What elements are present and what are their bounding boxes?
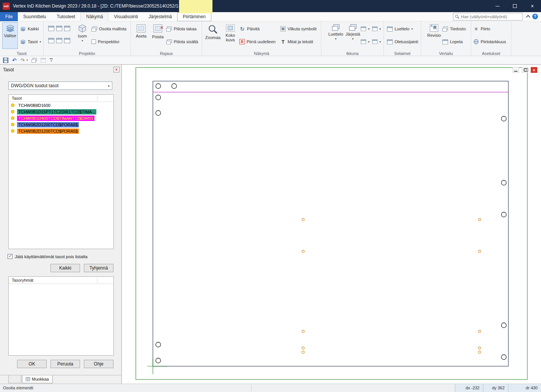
- layer-row[interactable]: TCHW0B2D1200TCD$PORA8$: [9, 121, 113, 128]
- document-restore-button[interactable]: [522, 67, 528, 73]
- search-box[interactable]: [453, 13, 523, 20]
- layer-row[interactable]: TCHW0B8D1600: [9, 102, 113, 108]
- ribbon-group-vertailu: +R Revisio Tiedosto Lopeta Vertailu: [421, 21, 471, 56]
- tiedosto-button[interactable]: Tiedosto: [442, 25, 466, 33]
- aseta-button[interactable]: Aseta: [134, 22, 149, 49]
- panel-mini-tab[interactable]: [8, 375, 21, 383]
- layer-visibility-bulb-icon[interactable]: [11, 103, 14, 107]
- window-tool-dropdown[interactable]: ▾: [361, 25, 370, 33]
- tab-näkymä[interactable]: Näkymä: [80, 12, 109, 21]
- layer-source-dropdown[interactable]: DWG/DGN tuodut tasot ▾: [8, 82, 112, 90]
- status-prompt: Osoita elementti: [3, 384, 33, 392]
- mitat-ja-tekstit-button[interactable]: T Mitat ja tekstit: [280, 38, 313, 46]
- piilota-takaa-button[interactable]: Piilota takaa: [166, 25, 197, 33]
- text-icon: T: [280, 39, 286, 45]
- tab-suunnittelu[interactable]: Suunnittelu: [18, 12, 51, 21]
- tasot-dropdown[interactable]: Tasot ▾: [20, 38, 41, 46]
- kaikki-button[interactable]: Kaikki: [50, 264, 80, 272]
- ohje-button[interactable]: Ohje: [84, 360, 113, 368]
- unused-layers-checkbox[interactable]: ✓ Jätä käyttämättömät tasot pois listalt…: [8, 254, 88, 259]
- window-tool-dropdown[interactable]: ▾: [372, 38, 381, 46]
- layer-row[interactable]: TCHW0B1D15PT1TC2DIR1TCD$TIMA...: [9, 108, 113, 115]
- projection-view-button[interactable]: [56, 26, 62, 31]
- peruuta-button[interactable]: Peruuta: [50, 360, 80, 368]
- document-close-button[interactable]: ×: [531, 67, 537, 73]
- drawing-area[interactable]: ×: [121, 64, 541, 384]
- projection-view-button[interactable]: [56, 38, 62, 43]
- kaikki-button[interactable]: Kaikki: [20, 25, 39, 33]
- tab-muokkaa[interactable]: Muokkaa: [22, 375, 53, 383]
- window-icon: [361, 27, 366, 31]
- search-input[interactable]: [461, 14, 518, 19]
- app-icon: InD: [3, 3, 10, 10]
- layer-visibility-bulb-icon[interactable]: [11, 123, 14, 126]
- layer-row[interactable]: TCHW0B1D400TCD$TIMANT12$DIR01: [9, 115, 113, 121]
- layer-visibility-bulb-icon[interactable]: [11, 110, 14, 113]
- minimize-button[interactable]: [489, 0, 506, 12]
- menu-bar: FileSuunnitteluTulosteetNäkymäVisualisoi…: [0, 12, 541, 21]
- piirto-button[interactable]: ✳ Piirto: [473, 25, 490, 33]
- piilota-sisalta-button[interactable]: Piilota sisältä: [166, 38, 198, 46]
- panel-close-button[interactable]: ×: [113, 67, 120, 72]
- refresh-icon: ↻: [239, 26, 245, 32]
- document-minimize-button[interactable]: [513, 67, 519, 73]
- tab-visualisointi[interactable]: Visualisointi: [109, 12, 143, 21]
- projection-view-button[interactable]: [48, 38, 54, 43]
- layers-list-body: TCHW0B8D1600TCHW0B1D15PT1TC2DIR1TCD$TIMA…: [9, 102, 113, 134]
- clipboard-icon[interactable]: [31, 58, 37, 63]
- checkbox-label: Jätä käyttämättömät tasot pois listalta: [15, 254, 88, 259]
- grid-icon: [26, 377, 30, 381]
- revisio-button[interactable]: +R Revisio: [426, 22, 442, 49]
- sticky-note-overlay: [179, 0, 212, 13]
- vilkuta-symbolit-button[interactable]: M Vilkuta symbolit: [280, 25, 316, 33]
- layers-listbox[interactable]: Tasot TCHW0B8D1600TCHW0B1D15PT1TC2DIR1TC…: [8, 94, 114, 249]
- projection-view-button[interactable]: [64, 38, 70, 43]
- perspektiivi-checkbox[interactable]: Perspektiivi: [91, 38, 119, 46]
- piirtotarkkuus-button[interactable]: Piirtotarkkuus: [473, 38, 506, 46]
- tab-tulosteet[interactable]: Tulosteet: [51, 12, 80, 21]
- undo-button[interactable]: ↶: [12, 58, 17, 63]
- chevron-down-icon: ▾: [352, 38, 354, 41]
- layer-groups-listbox[interactable]: Tasoryhmät: [8, 276, 114, 356]
- hide-inside-icon: [166, 39, 172, 44]
- close-button[interactable]: ×: [524, 0, 541, 12]
- redo-button[interactable]: ↷: [20, 58, 25, 63]
- help-icon[interactable]: ?: [532, 14, 538, 19]
- customize-toolbar-button[interactable]: ▾: [50, 58, 53, 62]
- layer-visibility-bulb-icon[interactable]: [11, 116, 14, 120]
- projection-view-button[interactable]: [64, 26, 70, 31]
- tab-file[interactable]: File: [0, 12, 18, 21]
- zoomaa-button[interactable]: Zoomaa: [204, 22, 222, 49]
- piirra-uudelleen-button[interactable]: R Piirrä uudelleen: [239, 38, 275, 46]
- jarjesta-dropdown[interactable]: Järjestä ▾: [345, 22, 361, 49]
- isom-dropdown[interactable]: Isom ▾: [75, 22, 89, 49]
- layer-visibility-bulb-icon[interactable]: [11, 129, 14, 133]
- drawing-canvas[interactable]: [122, 65, 541, 384]
- valitse-button[interactable]: Valitse: [2, 22, 18, 49]
- luettelo-selaimet-dropdown[interactable]: Luettelo ▾: [387, 25, 413, 33]
- window-tool-dropdown[interactable]: ▾: [372, 25, 381, 33]
- luettelo-ikkuna-dropdown[interactable]: Luettelo ▾: [327, 22, 344, 49]
- projection-view-button[interactable]: [48, 26, 54, 31]
- group-label-asetukset: Asetukset: [471, 51, 511, 56]
- oletussijainti-button[interactable]: Oletussijainti: [387, 38, 418, 46]
- tab-järjestelmä[interactable]: Järjestelmä: [143, 12, 177, 21]
- blink-symbols-icon: M: [280, 26, 286, 31]
- tyhjenna-button[interactable]: Tyhjennä: [84, 264, 113, 272]
- lopeta-button[interactable]: Lopeta: [442, 38, 463, 46]
- poista-button[interactable]: × Poista: [150, 22, 165, 49]
- ribbon-group-asetukset: ✳ Piirto Piirtotarkkuus Asetukset: [471, 21, 511, 56]
- koko-kuva-button[interactable]: Koko kuva: [222, 22, 238, 49]
- ok-button[interactable]: OK: [17, 360, 47, 368]
- tab-piirtäminen[interactable]: Piirtäminen: [177, 12, 211, 21]
- collapse-ribbon-icon[interactable]: [526, 15, 530, 19]
- ribbon-group-nakyma: Zoomaa Koko kuva ↻ Päivitä R Piirrä uude…: [202, 21, 321, 56]
- layer-row[interactable]: TCHW0B2D1200TCD$PORA5$: [9, 128, 113, 134]
- window-tool-dropdown[interactable]: ▾: [361, 38, 370, 46]
- redo-dropdown-icon[interactable]: ▾: [26, 58, 28, 62]
- paivita-button[interactable]: ↻ Päivitä: [239, 25, 259, 33]
- osoita-mallista-button[interactable]: Osoita mallista: [91, 25, 126, 33]
- layer-name: TCHW0B2D1200TCD$PORA5$: [17, 129, 79, 134]
- save-icon[interactable]: [3, 58, 8, 63]
- maximize-button[interactable]: [506, 0, 524, 12]
